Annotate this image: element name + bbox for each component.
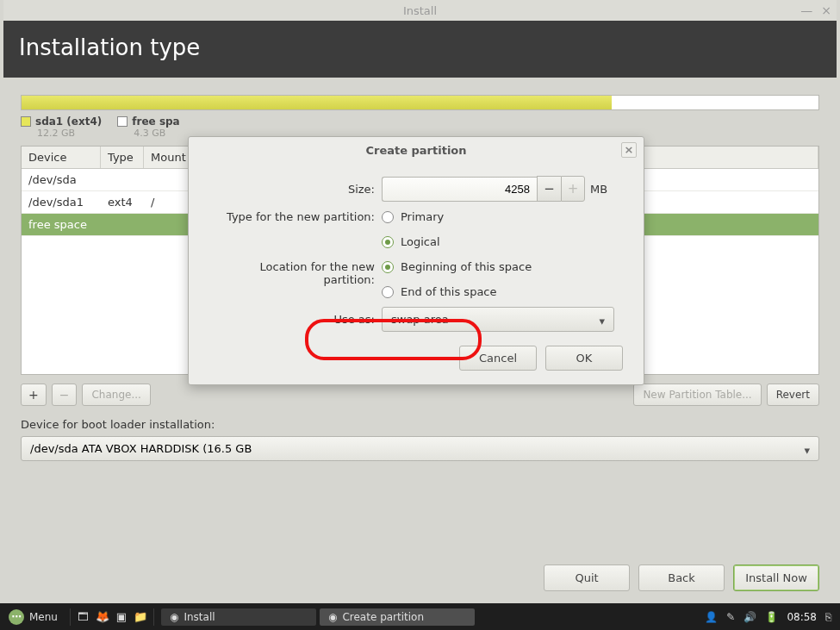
legend-item-sda1: sda1 (ext4) 12.2 GB bbox=[21, 115, 102, 139]
terminal-icon[interactable]: ▣ bbox=[112, 608, 131, 627]
create-partition-dialog: Create partition × Size: − + MB Type for… bbox=[188, 136, 644, 385]
legend-swatch-icon bbox=[21, 116, 31, 127]
column-device[interactable]: Device bbox=[22, 147, 101, 168]
taskbar-item-install[interactable]: ◉ Install bbox=[161, 608, 316, 626]
partition-type-label: Type for the new partition: bbox=[209, 207, 382, 223]
bootloader-value: /dev/sda ATA VBOX HARDDISK (16.5 GB bbox=[30, 442, 252, 455]
install-now-button[interactable]: Install Now bbox=[733, 565, 819, 591]
disc-icon: ◉ bbox=[328, 611, 337, 623]
column-type[interactable]: Type bbox=[101, 147, 144, 168]
legend-label: sda1 (ext4) bbox=[35, 115, 102, 128]
cell-device: free space bbox=[22, 214, 101, 235]
disk-usage-bar bbox=[21, 95, 819, 110]
radio-icon bbox=[382, 261, 394, 273]
disc-icon: ◉ bbox=[170, 611, 178, 623]
files-icon[interactable]: 📁 bbox=[131, 608, 150, 627]
partition-location-label: Location for the new partition: bbox=[209, 257, 382, 286]
window-title: Install bbox=[403, 4, 437, 17]
legend-item-free: free spa 4.3 GB bbox=[117, 115, 179, 139]
increment-button[interactable]: + bbox=[561, 176, 585, 202]
partition-toolbar: + − Change... New Partition Table... Rev… bbox=[21, 384, 819, 406]
add-partition-button[interactable]: + bbox=[21, 384, 47, 406]
bootloader-label: Device for boot loader installation: bbox=[21, 418, 819, 431]
wizard-footer: Quit Back Install Now bbox=[544, 565, 819, 591]
clock[interactable]: 08:58 bbox=[787, 611, 817, 623]
size-input[interactable] bbox=[382, 177, 537, 202]
dialog-close-button[interactable]: × bbox=[621, 142, 637, 158]
firefox-icon[interactable]: 🦊 bbox=[93, 608, 112, 627]
ok-button[interactable]: OK bbox=[545, 346, 623, 371]
page-header: Installation type bbox=[3, 21, 837, 78]
change-partition-button[interactable]: Change... bbox=[82, 384, 150, 406]
cell-type: ext4 bbox=[101, 191, 144, 213]
chevron-down-icon: ▾ bbox=[599, 315, 605, 327]
show-desktop-icon[interactable]: 🗔 bbox=[74, 608, 93, 627]
cell-type bbox=[101, 169, 144, 190]
disk-legend: sda1 (ext4) 12.2 GB free spa 4.3 GB bbox=[21, 115, 819, 139]
radio-end[interactable]: End of this space bbox=[382, 285, 497, 298]
window-close-icon[interactable]: × bbox=[821, 3, 831, 17]
pen-icon[interactable]: ✎ bbox=[726, 611, 735, 623]
session-icon[interactable]: ⎘ bbox=[825, 611, 831, 623]
legend-label: free spa bbox=[132, 115, 179, 128]
volume-icon[interactable]: 🔊 bbox=[744, 611, 756, 623]
mint-logo-icon: ⋯ bbox=[9, 609, 24, 625]
use-as-select[interactable]: swap area ▾ bbox=[382, 307, 614, 332]
new-partition-table-button[interactable]: New Partition Table... bbox=[633, 384, 761, 406]
page-title: Installation type bbox=[19, 34, 821, 60]
window-titlebar: Install — × bbox=[3, 0, 837, 21]
cell-type bbox=[101, 214, 144, 235]
cell-device: /dev/sda1 bbox=[22, 191, 101, 213]
taskbar-item-create-partition[interactable]: ◉ Create partition bbox=[320, 608, 475, 626]
battery-icon[interactable]: 🔋 bbox=[765, 611, 778, 623]
start-menu-button[interactable]: ⋯ Menu bbox=[0, 609, 66, 625]
use-as-value: swap area bbox=[391, 313, 449, 326]
size-stepper: − + bbox=[382, 176, 585, 202]
radio-icon bbox=[382, 211, 394, 223]
chevron-down-icon: ▾ bbox=[804, 444, 810, 457]
bootloader-select[interactable]: /dev/sda ATA VBOX HARDDISK (16.5 GB ▾ bbox=[21, 436, 819, 461]
radio-icon bbox=[382, 286, 394, 298]
radio-icon bbox=[382, 236, 394, 248]
disk-usage-fill bbox=[22, 96, 612, 109]
quit-button[interactable]: Quit bbox=[544, 565, 630, 591]
legend-swatch-icon bbox=[117, 116, 128, 127]
size-label: Size: bbox=[209, 183, 382, 196]
decrement-button[interactable]: − bbox=[537, 176, 561, 202]
window-minimize-icon[interactable]: — bbox=[800, 3, 812, 17]
legend-size: 4.3 GB bbox=[134, 128, 179, 139]
cell-device: /dev/sda bbox=[22, 169, 101, 190]
back-button[interactable]: Back bbox=[638, 565, 725, 591]
taskbar: ⋯ Menu 🗔 🦊 ▣ 📁 ◉ Install ◉ Create partit… bbox=[0, 603, 840, 630]
use-as-label: Use as: bbox=[209, 313, 382, 326]
radio-logical[interactable]: Logical bbox=[382, 235, 440, 248]
size-unit: MB bbox=[590, 183, 607, 196]
radio-beginning[interactable]: Beginning of this space bbox=[382, 260, 532, 273]
user-icon[interactable]: 👤 bbox=[705, 611, 718, 623]
remove-partition-button[interactable]: − bbox=[52, 384, 78, 406]
legend-size: 12.2 GB bbox=[37, 128, 102, 139]
dialog-title: Create partition × bbox=[189, 137, 644, 165]
revert-button[interactable]: Revert bbox=[767, 384, 819, 406]
cancel-button[interactable]: Cancel bbox=[459, 346, 537, 371]
radio-primary[interactable]: Primary bbox=[382, 210, 444, 223]
